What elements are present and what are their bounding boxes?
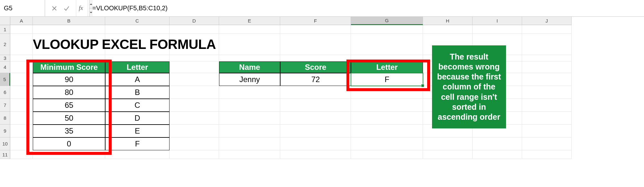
select-all-corner[interactable] (0, 17, 10, 25)
row-header-8[interactable]: 8 (0, 112, 10, 125)
table2-cell-letter: F (351, 73, 423, 86)
row-header-5[interactable]: 5 (0, 73, 10, 86)
table1-cell-B7: 65 (33, 99, 105, 112)
table1-cell-B8: 50 (33, 112, 105, 125)
col-header-J[interactable]: J (522, 17, 572, 25)
table1-cell-C8: D (105, 112, 170, 125)
table1-cell-B9: 35 (33, 125, 105, 137)
row-header-2[interactable]: 2 (0, 34, 10, 55)
table2-header-letter: Letter (351, 61, 423, 73)
table1-cell-B6: 80 (33, 86, 105, 99)
table1-header-letter: Letter (105, 61, 170, 73)
formula-bar: fx (0, 0, 644, 17)
column-headers: ABCDEFGHIJ (10, 17, 644, 25)
col-header-A[interactable]: A (10, 17, 33, 25)
row-header-9[interactable]: 9 (0, 125, 10, 137)
col-header-D[interactable]: D (170, 17, 219, 25)
table1-header-min-score: Minimum Score (33, 61, 105, 73)
table1-cell-C6: B (105, 86, 170, 99)
row-header-6[interactable]: 6 (0, 86, 10, 99)
row-header-1[interactable]: 1 (0, 25, 10, 34)
name-box-container (0, 0, 45, 16)
col-header-B[interactable]: B (33, 17, 105, 25)
accept-formula-button[interactable] (62, 4, 71, 13)
col-header-I[interactable]: I (473, 17, 522, 25)
row-header-10[interactable]: 10 (0, 137, 10, 150)
worksheet-window: fx ABCDEFGHIJ 1234567891011 VLOOKUP EXCE… (0, 0, 644, 187)
table1-cell-C5: A (105, 73, 170, 86)
table1-cell-C10: F (105, 137, 170, 150)
cancel-formula-button[interactable] (50, 4, 59, 13)
col-header-E[interactable]: E (219, 17, 280, 25)
grid: ABCDEFGHIJ 1234567891011 VLOOKUP EXCEL F… (0, 17, 644, 187)
table2-cell-score: 72 (280, 73, 351, 86)
row-header-4[interactable]: 4 (0, 61, 10, 73)
col-header-C[interactable]: C (105, 17, 170, 25)
table1-cell-C7: C (105, 99, 170, 112)
table1-cell-B10: 0 (33, 137, 105, 150)
formula-bar-buttons (45, 0, 76, 16)
table2-header-score: Score (280, 61, 351, 73)
table1-cell-C9: E (105, 125, 170, 137)
formula-input[interactable] (88, 0, 644, 16)
row-header-11[interactable]: 11 (0, 150, 10, 159)
table2-cell-name: Jenny (219, 73, 280, 86)
row-headers: 1234567891011 (0, 25, 10, 159)
table1-cell-B5: 90 (33, 73, 105, 86)
col-header-F[interactable]: F (280, 17, 351, 25)
table2-header-name: Name (219, 61, 280, 73)
row-header-7[interactable]: 7 (0, 99, 10, 112)
row-header-3[interactable]: 3 (0, 55, 10, 61)
fx-label[interactable]: fx (76, 0, 88, 16)
col-header-G[interactable]: G (351, 17, 423, 25)
col-header-H[interactable]: H (423, 17, 473, 25)
